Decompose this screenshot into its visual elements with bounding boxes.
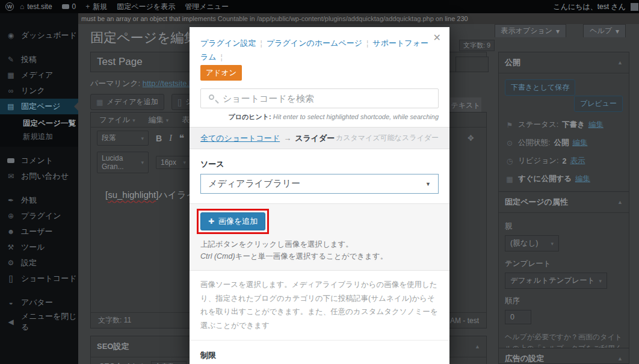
sidebar-item-users[interactable]: ☻ ユーザー bbox=[0, 224, 78, 239]
arrow-right-icon: → bbox=[283, 134, 291, 143]
font-family-dropdown[interactable]: Lucida Gran... ▾ bbox=[97, 152, 149, 173]
sidebar-item-media[interactable]: ▦ メディア bbox=[0, 67, 78, 83]
font-size-dropdown[interactable]: 16px ▾ bbox=[156, 156, 191, 169]
menu-edit[interactable]: 編集▾ bbox=[149, 115, 169, 125]
shortcode-search-box[interactable]: ショートコードを検索 bbox=[200, 88, 439, 108]
edit-status-link[interactable]: 編集 bbox=[588, 120, 604, 130]
shortcode-brackets-icon: [] bbox=[177, 98, 182, 106]
sidebar-item-posts[interactable]: ✎ 投稿 bbox=[0, 52, 78, 67]
status-row: ⚑ ステータス: 下書き 編集 bbox=[505, 120, 623, 130]
revisions-row: ◷ リビジョン: 2 表示 bbox=[505, 156, 623, 166]
sidebar-item-label: メディア bbox=[21, 70, 53, 81]
plugins-icon: ⊕ bbox=[6, 212, 16, 220]
plugin-settings-link[interactable]: プラグイン設定 bbox=[200, 39, 256, 48]
browse-revisions-link[interactable]: 表示 bbox=[570, 156, 585, 166]
sidebar-item-dashboard[interactable]: ◉ ダッシュボード bbox=[0, 28, 78, 43]
plugin-homepage-link[interactable]: プラグインのホームページ bbox=[267, 39, 362, 48]
save-draft-button[interactable]: 下書きとして保存 bbox=[505, 79, 575, 96]
sidebar-item-appearance[interactable]: ✒ 外観 bbox=[0, 193, 78, 208]
parent-value: (親なし) bbox=[510, 238, 538, 248]
appearance-icon: ✒ bbox=[6, 196, 16, 205]
admin-bar-comments[interactable]: 0 bbox=[62, 2, 76, 11]
sidebar-item-collapse-menu[interactable]: ◀ メニューを閉じる bbox=[0, 314, 78, 330]
paragraph-dropdown[interactable]: 段落 ▾ bbox=[97, 131, 149, 146]
limit-label: 制限 bbox=[190, 341, 449, 364]
pro-tip-label: プロのヒント: bbox=[229, 113, 271, 120]
chevron-down-icon: ▾ bbox=[141, 159, 144, 165]
italic-button[interactable]: I bbox=[169, 134, 172, 143]
sidebar-item-pages[interactable]: ▤ 固定ページ bbox=[0, 99, 78, 114]
sidebar-item-settings[interactable]: ⚙ 設定 bbox=[0, 255, 78, 271]
admin-bar-view-page[interactable]: 固定ページを表示 bbox=[117, 2, 175, 12]
template-label: テンプレート bbox=[505, 259, 623, 269]
collapse-panel-icon[interactable]: ▲ bbox=[617, 60, 623, 66]
submenu-item-all-pages[interactable]: 固定ページ一覧 bbox=[0, 117, 78, 130]
chevron-down-icon: ▾ bbox=[551, 241, 554, 247]
chevron-down-icon: ▼ bbox=[425, 181, 431, 187]
text-editor-tab[interactable]: テキスト bbox=[450, 97, 481, 113]
sidebar-item-tools[interactable]: ⚒ ツール bbox=[0, 239, 78, 255]
admin-bar-new[interactable]: + 新規 bbox=[85, 2, 107, 12]
pages-icon: ▤ bbox=[6, 102, 16, 111]
preview-button[interactable]: プレビュー bbox=[574, 96, 623, 112]
highlight-box: ✚ 画像を追加 bbox=[197, 209, 269, 234]
sidebar-item-label: 設定 bbox=[21, 258, 37, 268]
shortcode-insert-modal: ✕ プラグイン設定¦プラグインのホームページ¦サポートフォーラム¦ アドオン シ… bbox=[190, 27, 449, 364]
fullscreen-icon[interactable]: ✥ bbox=[468, 134, 474, 143]
sidebar-item-links[interactable]: ∞ リンク bbox=[0, 83, 78, 99]
breadcrumb-note: カスタマイズ可能なスライダー bbox=[336, 133, 439, 143]
plus-icon: ✚ bbox=[208, 217, 214, 226]
screen-options-tab[interactable]: 表示オプション ▾ bbox=[495, 24, 566, 37]
pro-tip-hint: プロのヒント: Hit enter to select highlighted … bbox=[190, 108, 449, 127]
avatar-icon: ◒ bbox=[6, 298, 16, 307]
settings-gear-icon: ⚙ bbox=[6, 259, 16, 267]
sidebar-item-comments[interactable]: コメント bbox=[0, 153, 78, 168]
modal-header-links: プラグイン設定¦プラグインのホームページ¦サポートフォーラム¦ アドオン bbox=[190, 27, 449, 81]
collapse-panel-icon[interactable]: ▲ bbox=[617, 356, 623, 362]
collapse-panel-icon[interactable]: ▲ bbox=[617, 199, 623, 205]
addons-badge[interactable]: アドオン bbox=[200, 65, 242, 81]
greeting[interactable]: こんにちは、test さん bbox=[553, 2, 626, 12]
clock-icon: ◷ bbox=[505, 157, 514, 165]
visibility-value: 公開 bbox=[554, 138, 569, 148]
add-media-button[interactable]: ▦ メディアを追加 bbox=[90, 94, 164, 110]
php-warning-notice: must be an array or an object that imple… bbox=[78, 13, 639, 24]
publish-panel-title: 公開 bbox=[505, 57, 520, 68]
all-shortcodes-link[interactable]: 全てのショートコード bbox=[200, 133, 280, 144]
admin-bar-admin-menu[interactable]: 管理メニュー bbox=[185, 2, 229, 12]
help-tab[interactable]: ヘルプ ▾ bbox=[583, 24, 626, 37]
submenu-item-add-new[interactable]: 新規追加 bbox=[0, 130, 78, 143]
revisions-value: 2 bbox=[562, 157, 566, 165]
blockquote-button[interactable]: ❝ bbox=[179, 135, 185, 141]
add-images-label: 画像を追加 bbox=[218, 216, 258, 227]
add-images-button[interactable]: ✚ 画像を追加 bbox=[200, 212, 265, 230]
sidebar-item-avatars[interactable]: ◒ アバター bbox=[0, 295, 78, 310]
sidebar-item-label: ユーザー bbox=[21, 226, 53, 237]
sidebar-item-shortcodes[interactable]: [] ショートコード bbox=[0, 271, 78, 286]
revisions-label: リビジョン: bbox=[518, 156, 558, 166]
schedule-label: すぐに公開する bbox=[518, 174, 572, 184]
wordpress-logo-icon[interactable]: W bbox=[5, 2, 14, 11]
menu-file[interactable]: ファイル▾ bbox=[99, 115, 135, 125]
sidebar-item-plugins[interactable]: ⊕ プラグイン bbox=[0, 208, 78, 224]
site-name: test.site bbox=[27, 2, 52, 11]
source-select[interactable]: メディアライブラリー ▼ bbox=[200, 174, 439, 194]
new-label: 新規 bbox=[93, 2, 107, 12]
sidebar-item-contact[interactable]: ✉ お問い合わせ bbox=[0, 168, 78, 184]
template-value: デフォルトテンプレート bbox=[510, 276, 594, 286]
edit-schedule-link[interactable]: 編集 bbox=[575, 174, 590, 184]
collapse-arrow-icon: ◀ bbox=[6, 318, 16, 326]
edit-visibility-link[interactable]: 編集 bbox=[572, 138, 587, 148]
admin-bar-site[interactable]: ⌂ test.site bbox=[20, 2, 52, 11]
collapse-panel-icon[interactable]: ▲ bbox=[475, 344, 480, 350]
close-icon[interactable]: ✕ bbox=[432, 31, 442, 45]
avatar bbox=[631, 3, 638, 11]
order-input[interactable]: 0 bbox=[505, 310, 531, 324]
wordpress-admin-screen: W ⌂ test.site 0 + 新規 固定ページを表示 管理メニュー こんに… bbox=[0, 0, 639, 364]
partial-input-field[interactable] bbox=[455, 57, 489, 72]
parent-select[interactable]: (親なし) ▾ bbox=[505, 235, 559, 251]
bold-button[interactable]: B bbox=[156, 134, 162, 143]
source-description: 画像ソースを選択します。メディアライブラリからの画像を使用したり、指定されたブロ… bbox=[190, 271, 449, 341]
template-select[interactable]: デフォルトテンプレート ▾ bbox=[505, 273, 607, 289]
picker-caption-line1: 上記ボタンをクリックし画像を選択します。 bbox=[200, 240, 353, 248]
